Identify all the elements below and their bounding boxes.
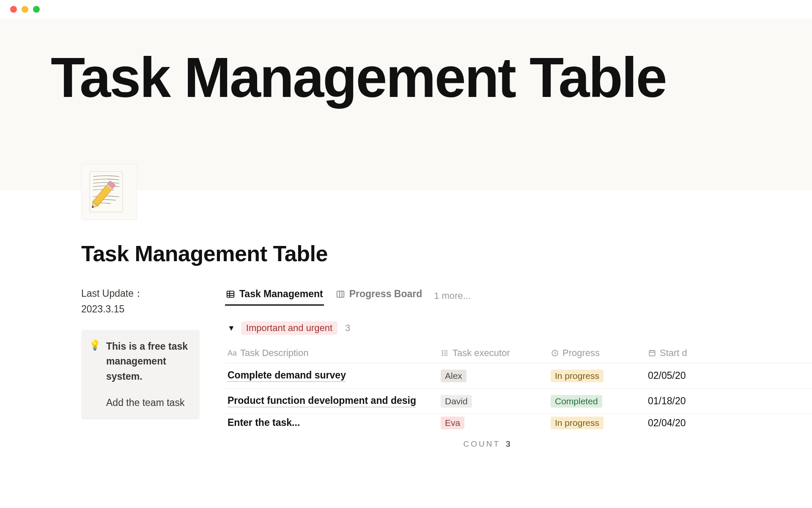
cell-executor-tag[interactable]: Eva	[441, 417, 464, 429]
callout-para-2: Add the team task	[106, 395, 191, 411]
database-area: Task Management Progress Board 1 more...…	[225, 286, 812, 449]
board-icon	[336, 290, 345, 299]
cell-progress-tag[interactable]: Completed	[551, 395, 602, 408]
table-row[interactable]: Complete demand surveyAlexIn progress02/…	[225, 363, 812, 389]
database-tabs: Task Management Progress Board 1 more...	[225, 286, 812, 307]
table-row[interactable]: Product function development and desigDa…	[225, 389, 812, 414]
list-icon	[441, 349, 449, 357]
tabs-more[interactable]: 1 more...	[434, 290, 471, 301]
window-titlebar	[0, 0, 812, 19]
svg-rect-20	[649, 351, 655, 356]
column-label: Start d	[660, 348, 687, 359]
status-icon	[551, 349, 559, 357]
group-pill[interactable]: Important and urgent	[241, 321, 337, 335]
table-body: Complete demand surveyAlexIn progress02/…	[225, 363, 812, 432]
group-header[interactable]: ▼ Important and urgent 3	[225, 321, 812, 335]
window-close-button[interactable]	[10, 6, 17, 13]
column-header-start-date[interactable]: Start d	[648, 348, 716, 359]
cell-start-date[interactable]: 02/05/20	[648, 370, 716, 381]
tab-label: Task Management	[239, 288, 323, 300]
page-hero: Task Management Table	[0, 19, 812, 190]
column-header-progress[interactable]: Progress	[551, 348, 648, 359]
page-title: Task Management Table	[81, 241, 812, 266]
svg-rect-10	[337, 291, 344, 297]
column-label: Task executor	[453, 348, 510, 359]
table-row[interactable]: Enter the task...EvaIn progress02/04/20	[225, 414, 812, 432]
cell-description[interactable]: Enter the task...	[228, 417, 300, 429]
callout-text: This is a free task management system. A…	[106, 339, 191, 411]
table-count-footer: COUNT 3	[225, 439, 812, 449]
column-label: Progress	[562, 348, 600, 359]
group-count: 3	[345, 323, 350, 334]
svg-point-16	[442, 351, 443, 351]
tab-label: Progress Board	[349, 288, 422, 300]
svg-rect-6	[227, 291, 234, 297]
cell-progress-tag[interactable]: In progress	[551, 417, 604, 429]
cell-executor-tag[interactable]: Alex	[441, 370, 466, 382]
last-update-label: Last Update：	[81, 288, 143, 299]
last-update: Last Update： 2023.3.15	[81, 286, 200, 317]
calendar-icon	[648, 349, 656, 357]
column-header-executor[interactable]: Task executor	[441, 348, 551, 359]
table-header-row: Aa Task Description Task executor	[225, 348, 812, 363]
window-minimize-button[interactable]	[22, 6, 28, 13]
page-icon[interactable]	[81, 164, 137, 220]
table-icon	[226, 290, 235, 299]
window-zoom-button[interactable]	[33, 6, 40, 13]
cell-start-date[interactable]: 02/04/20	[648, 417, 716, 429]
callout-para-1: This is a free task management system.	[106, 339, 191, 384]
column-header-description[interactable]: Aa Task Description	[225, 348, 441, 359]
cell-executor-tag[interactable]: David	[441, 395, 472, 408]
memo-pencil-icon	[86, 169, 132, 215]
cell-description[interactable]: Complete demand survey	[228, 370, 346, 382]
tab-task-management[interactable]: Task Management	[225, 286, 324, 306]
callout-box: 💡 This is a free task management system.…	[81, 330, 200, 420]
count-label: COUNT	[463, 439, 500, 448]
svg-point-17	[442, 353, 443, 353]
cell-progress-tag[interactable]: In progress	[551, 370, 604, 382]
column-label: Task Description	[240, 348, 308, 359]
hero-title: Task Management Table	[51, 48, 812, 108]
last-update-value: 2023.3.15	[81, 304, 124, 315]
lightbulb-icon: 💡	[89, 339, 101, 411]
count-value: 3	[506, 439, 510, 448]
group-collapse-caret-icon[interactable]: ▼	[228, 324, 235, 333]
title-prop-icon: Aa	[228, 349, 237, 358]
cell-description[interactable]: Product function development and desig	[228, 395, 416, 407]
svg-point-18	[442, 355, 443, 356]
tab-progress-board[interactable]: Progress Board	[335, 286, 423, 306]
left-sidebar: Last Update： 2023.3.15 💡 This is a free …	[81, 286, 200, 449]
page-content: Task Management Table Last Update： 2023.…	[0, 190, 812, 449]
cell-start-date[interactable]: 01/18/20	[648, 395, 716, 407]
